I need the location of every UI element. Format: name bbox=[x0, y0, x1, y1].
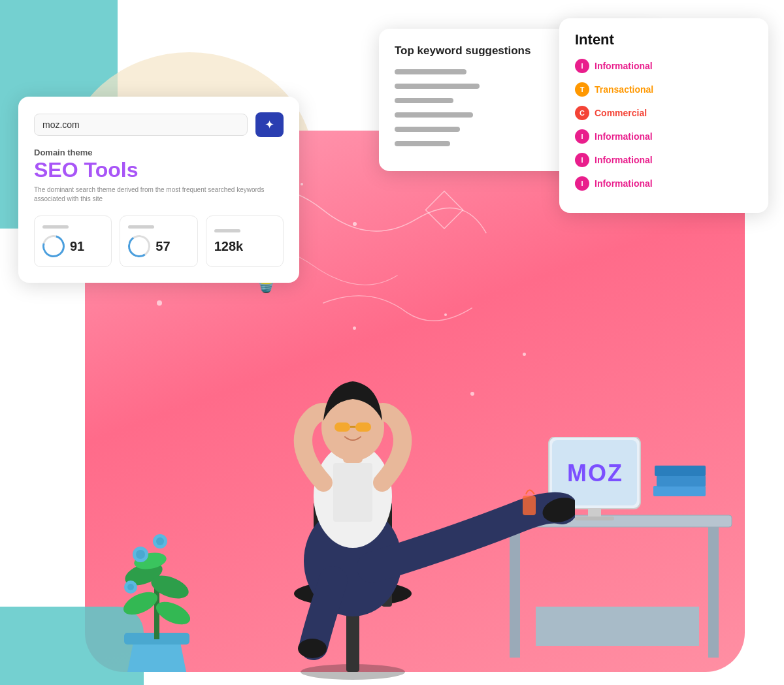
intent-row-4: I Informational bbox=[575, 129, 753, 144]
intent-row-5: I Informational bbox=[575, 153, 753, 167]
domain-search-button[interactable]: ✦ bbox=[255, 112, 284, 137]
plant-illustration bbox=[105, 489, 209, 672]
svg-rect-15 bbox=[355, 422, 371, 432]
intent-label-6: Informational bbox=[595, 178, 653, 189]
svg-rect-37 bbox=[655, 466, 706, 476]
intent-badge-trans: T bbox=[575, 82, 589, 97]
metric-box-3: 128k bbox=[206, 215, 284, 267]
metric-value-3: 128k bbox=[214, 239, 244, 254]
sparkle-icon: ✦ bbox=[265, 118, 274, 131]
domain-input[interactable] bbox=[34, 114, 248, 136]
intent-card-title: Intent bbox=[575, 31, 753, 48]
svg-rect-14 bbox=[335, 422, 350, 432]
metric-value-2: 57 bbox=[155, 239, 170, 254]
domain-theme-desc: The dominant search theme derived from t… bbox=[34, 185, 284, 204]
intent-row-2: T Transactional bbox=[575, 82, 753, 97]
domain-metrics: 91 57 128k bbox=[34, 215, 284, 267]
domain-search-row: ✦ bbox=[34, 112, 284, 137]
domain-theme-title: SEO Tools bbox=[34, 159, 284, 182]
svg-rect-36 bbox=[657, 475, 706, 486]
domain-theme-label: Domain theme bbox=[34, 148, 284, 157]
intent-label-4: Informational bbox=[595, 131, 653, 142]
svg-point-26 bbox=[136, 550, 145, 559]
intent-label-3: Commercial bbox=[595, 108, 647, 118]
intent-label-5: Informational bbox=[595, 155, 653, 165]
intent-badge-info-3: I bbox=[575, 153, 589, 167]
intent-row-3: C Commercial bbox=[575, 106, 753, 120]
intent-label-1: Informational bbox=[595, 61, 653, 71]
svg-point-9 bbox=[298, 639, 327, 658]
svg-rect-17 bbox=[523, 496, 536, 515]
svg-text:MOZ: MOZ bbox=[567, 460, 623, 486]
intent-badge-info-2: I bbox=[575, 129, 589, 144]
intent-label-2: Transactional bbox=[595, 84, 653, 95]
metric-circle-2 bbox=[127, 233, 152, 259]
intent-row-6: I Informational bbox=[575, 176, 753, 191]
svg-rect-35 bbox=[653, 486, 706, 496]
svg-rect-11 bbox=[333, 463, 372, 522]
intent-badge-info-1: I bbox=[575, 59, 589, 73]
svg-rect-16 bbox=[350, 426, 355, 428]
intent-card: Intent I Informational T Transactional C… bbox=[559, 18, 768, 213]
metric-box-2: 57 bbox=[120, 215, 197, 267]
intent-badge-comm: C bbox=[575, 106, 589, 120]
metric-box-1: 91 bbox=[34, 215, 112, 267]
intent-row-1: I Informational bbox=[575, 59, 753, 73]
metric-value-1: 91 bbox=[70, 239, 84, 254]
svg-rect-33 bbox=[708, 527, 719, 658]
intent-badge-info-4: I bbox=[575, 176, 589, 191]
svg-rect-39 bbox=[575, 517, 614, 520]
domain-card: ✦ Domain theme SEO Tools The dominant se… bbox=[18, 97, 299, 283]
metric-circle-1 bbox=[39, 231, 69, 261]
svg-point-30 bbox=[127, 584, 134, 590]
svg-point-28 bbox=[156, 537, 164, 545]
